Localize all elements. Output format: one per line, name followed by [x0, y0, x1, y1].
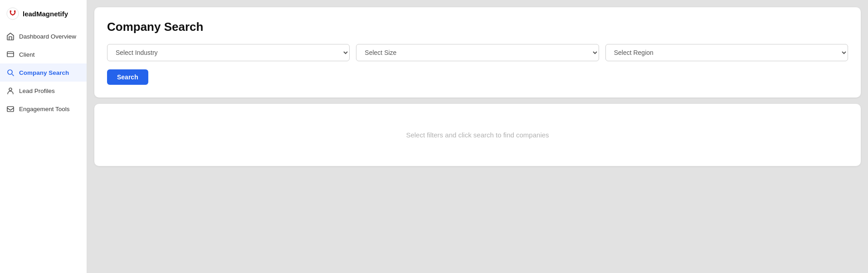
size-select[interactable]: Select Size 1-10 11-50 51-200 201-500 50…	[356, 44, 599, 61]
svg-rect-1	[10, 10, 11, 12]
industry-select[interactable]: Select Industry Technology Finance Healt…	[107, 44, 350, 61]
results-card: Select filters and click search to find …	[94, 104, 861, 166]
logo-area: leadMagnetify	[0, 0, 87, 27]
sidebar-item-dashboard[interactable]: Dashboard Overview	[0, 27, 87, 45]
svg-point-0	[7, 8, 19, 20]
search-icon	[6, 68, 15, 77]
page-title: Company Search	[107, 20, 848, 34]
svg-rect-2	[14, 10, 15, 12]
sidebar-item-client[interactable]: Client	[0, 45, 87, 63]
logo-text: leadMagnetify	[23, 10, 68, 18]
region-select[interactable]: Select Region North America Europe Asia …	[605, 44, 848, 61]
svg-point-4	[8, 70, 12, 74]
client-icon	[6, 50, 15, 58]
empty-message: Select filters and click search to find …	[406, 131, 549, 139]
mail-icon	[6, 105, 15, 113]
svg-point-5	[9, 88, 12, 91]
sidebar-item-dashboard-label: Dashboard Overview	[19, 33, 76, 40]
logo-icon	[6, 7, 19, 20]
sidebar-item-company-search[interactable]: Company Search	[0, 63, 87, 82]
sidebar-item-lead-profiles-label: Lead Profiles	[19, 88, 55, 94]
sidebar-item-engagement-tools-label: Engagement Tools	[19, 106, 70, 112]
sidebar-item-lead-profiles[interactable]: Lead Profiles	[0, 82, 87, 100]
main-content: Company Search Select Industry Technolog…	[87, 0, 868, 273]
sidebar-item-company-search-label: Company Search	[19, 69, 69, 76]
sidebar-item-client-label: Client	[19, 51, 35, 58]
svg-rect-3	[7, 52, 14, 57]
sidebar-item-engagement-tools[interactable]: Engagement Tools	[0, 100, 87, 118]
people-icon	[6, 87, 15, 95]
home-icon	[6, 32, 15, 40]
sidebar: leadMagnetify Dashboard Overview Client	[0, 0, 87, 273]
search-card: Company Search Select Industry Technolog…	[94, 7, 861, 98]
filters-row: Select Industry Technology Finance Healt…	[107, 44, 848, 61]
search-button[interactable]: Search	[107, 69, 148, 85]
